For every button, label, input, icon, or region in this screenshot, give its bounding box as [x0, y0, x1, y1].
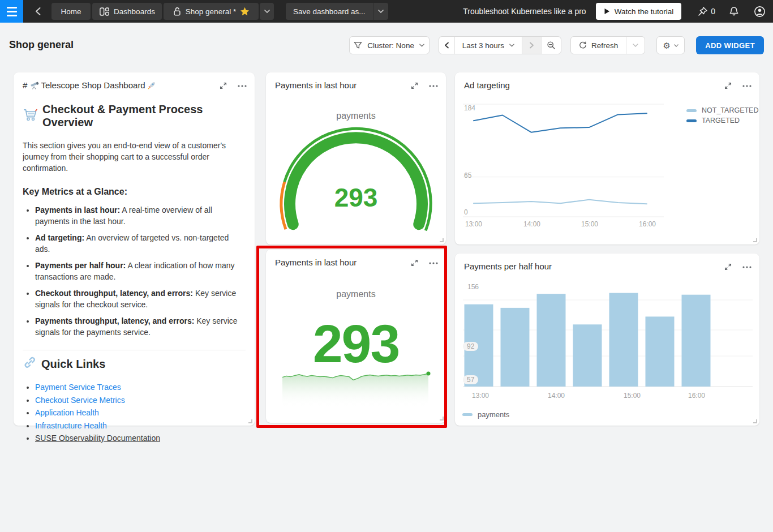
resize-handle[interactable] [753, 238, 757, 242]
chevron-down-icon [419, 44, 424, 47]
promo-text: Troubleshoot Kubernetes like a pro [463, 7, 586, 16]
zoom-out-time-button[interactable] [541, 37, 561, 54]
tab-home[interactable]: Home [51, 3, 91, 20]
chevron-down-icon [509, 44, 514, 47]
rocket-icon [148, 80, 156, 90]
save-dashboard-button[interactable]: Save dashboard as... [286, 3, 373, 20]
divider [23, 350, 246, 350]
gauge-value: 293 [266, 182, 446, 213]
link-checkout-service-metrics[interactable]: Checkout Service Metrics [35, 396, 125, 405]
dashboard-toolbar: Cluster: None Last 3 hours [349, 36, 764, 54]
hamburger-icon [7, 7, 17, 8]
watch-tutorial-button[interactable]: Watch the tutorial [596, 3, 682, 20]
ellipsis-icon [238, 85, 247, 87]
bell-icon [729, 6, 739, 17]
pinned-views-button[interactable]: 0 [697, 6, 715, 17]
time-forward-button[interactable] [522, 37, 541, 54]
x-axis-tick: 13:00 [472, 392, 489, 400]
link-infrastructure-health[interactable]: Infrastructure Health [35, 421, 107, 430]
y-axis-tick: 156 [467, 283, 479, 291]
expand-icon [219, 81, 227, 90]
legend-item-not-targeted[interactable]: NOT_TARGETED [686, 106, 758, 114]
refresh-button[interactable]: Refresh [571, 37, 626, 54]
chevron-down-icon [264, 10, 270, 13]
x-axis-tick: 14:00 [548, 392, 565, 400]
link-application-health[interactable]: Application Health [35, 408, 99, 417]
tab-dashboards-label: Dashboards [114, 7, 155, 16]
star-icon[interactable] [240, 7, 250, 16]
x-axis-tick: 16:00 [688, 392, 705, 400]
time-range-button[interactable]: Last 3 hours [454, 37, 522, 54]
pin-icon [697, 6, 708, 17]
cluster-filter-button[interactable]: Cluster: None [349, 36, 430, 54]
dashboard-settings-button[interactable]: ⚙ [656, 36, 685, 54]
x-axis-tick: 16:00 [639, 220, 656, 228]
navbar-right: Troubleshoot Kubernetes like a pro Watch… [463, 0, 773, 23]
link-payment-service-traces[interactable]: Payment Service Traces [35, 383, 121, 392]
widget-title: # Telescope Shop Dashboard [23, 80, 156, 90]
legend-swatch [686, 119, 697, 122]
resize-handle[interactable] [753, 419, 757, 423]
save-dashboard-group: Save dashboard as... [286, 3, 388, 20]
y-axis-tick: 65 [464, 171, 471, 179]
expand-widget-button[interactable] [218, 80, 229, 91]
list-item: Payments in last hour: A real-time overv… [35, 204, 246, 227]
link-suse-observability-docs[interactable]: SUSE Observability Documentation [35, 434, 160, 443]
tab-dashboards[interactable]: Dashboards [92, 3, 162, 20]
refresh-icon [579, 41, 587, 49]
menu-button[interactable] [0, 0, 23, 23]
watch-tutorial-label: Watch the tutorial [615, 7, 674, 16]
resize-handle[interactable] [248, 419, 252, 423]
x-axis-tick: 13:00 [465, 220, 482, 228]
lock-open-icon [173, 7, 182, 16]
tab-overflow-button[interactable] [260, 3, 274, 20]
time-range-control: Last 3 hours [439, 36, 561, 54]
tab-shop-general[interactable]: Shop general * [164, 3, 259, 20]
section-heading: Checkout & Payment Process Overview [23, 103, 246, 129]
refresh-label: Refresh [591, 41, 618, 50]
refresh-interval-button[interactable] [626, 37, 645, 54]
markdown-widget: # Telescope Shop Dashboard [14, 72, 255, 426]
tab-shop-general-label: Shop general * [186, 7, 236, 16]
markdown-content: Checkout & Payment Process Overview This… [23, 97, 246, 445]
resize-handle[interactable] [440, 238, 444, 242]
chevron-left-icon [444, 42, 449, 49]
link-icon [23, 356, 36, 372]
x-axis-tick: 14:00 [523, 220, 540, 228]
payments-gauge-chart [266, 72, 446, 244]
ad-targeting-chart [455, 72, 759, 244]
filter-icon [354, 41, 362, 49]
cart-icon [23, 108, 37, 125]
list-item: Payment Service Traces [35, 381, 246, 394]
back-button[interactable] [30, 3, 47, 20]
legend-item-payments[interactable]: payments [462, 410, 509, 419]
chevron-down-icon [633, 44, 638, 47]
list-item: Checkout Service Metrics [35, 394, 246, 407]
widget-menu-button[interactable] [237, 84, 248, 88]
resize-handle[interactable] [440, 417, 444, 421]
payments-gauge-widget: Payments in last hour payments 293 [266, 72, 446, 244]
cluster-filter-label: Cluster: None [367, 41, 414, 50]
y-axis-tick: 0 [464, 208, 468, 216]
save-dashboard-menu-button[interactable] [373, 3, 388, 20]
list-item: Ad targeting: An overview of targeted vs… [35, 232, 246, 255]
add-widget-button[interactable]: ADD WIDGET [696, 36, 764, 54]
refresh-control: Refresh [570, 36, 645, 54]
time-range-label: Last 3 hours [462, 41, 504, 50]
telescope-icon [30, 80, 41, 90]
list-item: Infrastructure Health [35, 419, 246, 432]
user-menu-button[interactable] [754, 6, 766, 18]
arrow-left-icon [33, 6, 44, 17]
play-icon [604, 8, 610, 15]
list-item: Checkout throughput, latency, and errors… [35, 288, 246, 310]
metrics-heading: Key Metrics at a Glance: [23, 187, 246, 197]
legend-item-targeted[interactable]: TARGETED [686, 117, 740, 125]
quick-links-list: Payment Service Traces Checkout Service … [35, 381, 246, 445]
list-item: Payments per half hour: A clear indicati… [35, 260, 246, 282]
notifications-button[interactable] [729, 6, 739, 17]
list-item: SUSE Observability Documentation [35, 432, 246, 445]
chevron-right-icon [529, 42, 534, 49]
list-item: Payments throughput, latency, and errors… [35, 315, 246, 338]
app: Home Dashboards Shop general * [0, 0, 773, 532]
time-back-button[interactable] [439, 37, 454, 54]
